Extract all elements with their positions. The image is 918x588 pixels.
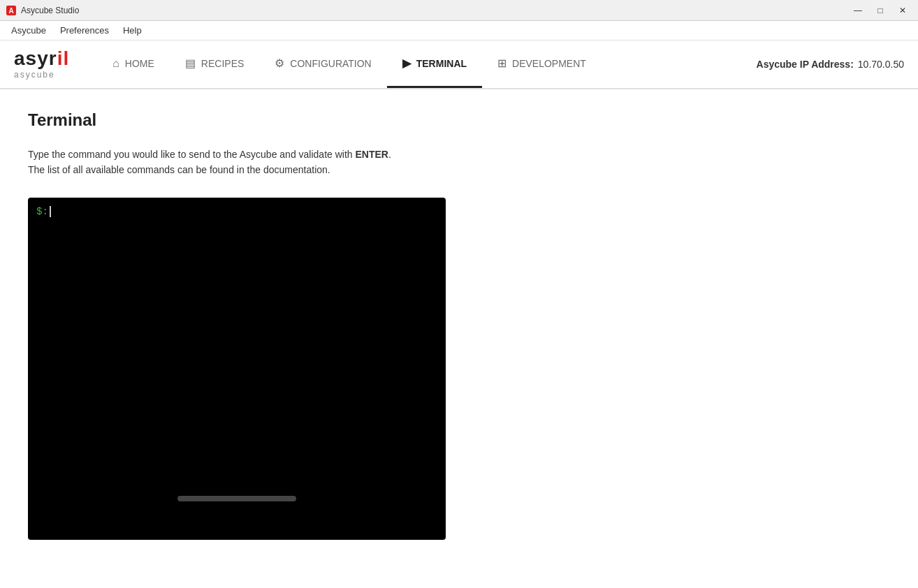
description-line1-end: . xyxy=(388,149,391,160)
logo: asyril asycube xyxy=(14,49,69,80)
terminal-prompt-text: $: xyxy=(36,206,48,217)
navbar: asyril asycube ⌂ HOME ▤ RECIPES ⚙ CONFIG… xyxy=(0,41,918,89)
terminal-container[interactable]: $: xyxy=(28,198,446,540)
nav-item-recipes[interactable]: ▤ RECIPES xyxy=(170,41,259,88)
logo-part2: il xyxy=(57,47,70,69)
terminal-icon: ▶ xyxy=(402,57,411,70)
nav-label-terminal: TERMINAL xyxy=(416,58,467,69)
nav-ip: Asycube IP Address: 10.70.0.50 xyxy=(757,59,904,70)
recipes-icon: ▤ xyxy=(185,57,196,70)
titlebar: A Asycube Studio — □ ✕ xyxy=(0,0,918,21)
logo-sub: asycube xyxy=(14,70,69,80)
terminal-cursor xyxy=(50,206,51,217)
svg-text:A: A xyxy=(8,7,13,15)
ip-label: Asycube IP Address: xyxy=(757,59,854,70)
menubar: Asycube Preferences Help xyxy=(0,21,918,41)
titlebar-controls: — □ ✕ xyxy=(848,3,912,18)
main-content: Terminal Type the command you would like… xyxy=(0,89,918,561)
nav-item-configuration[interactable]: ⚙ CONFIGURATION xyxy=(259,41,386,88)
nav-label-development: DEVELOPMENT xyxy=(512,58,586,69)
app-icon: A xyxy=(6,5,17,16)
description-bold: ENTER xyxy=(356,149,388,160)
nav-item-terminal[interactable]: ▶ TERMINAL xyxy=(387,41,482,88)
nav-items: ⌂ HOME ▤ RECIPES ⚙ CONFIGURATION ▶ TERMI… xyxy=(97,41,756,88)
nav-item-development[interactable]: ⊞ DEVELOPMENT xyxy=(482,41,602,88)
maximize-button[interactable]: □ xyxy=(870,3,890,18)
ip-value: 10.70.0.50 xyxy=(858,59,904,70)
minimize-button[interactable]: — xyxy=(848,3,868,18)
page-title: Terminal xyxy=(28,110,890,130)
terminal-prompt: $: xyxy=(36,206,437,217)
description-line1-start: Type the command you would like to send … xyxy=(28,149,356,160)
menu-item-help[interactable]: Help xyxy=(117,22,147,38)
titlebar-title: Asycube Studio xyxy=(21,6,79,15)
description-line2: The list of all available commands can b… xyxy=(28,164,330,175)
logo-part1: asyr xyxy=(14,47,57,69)
logo-text: asyril xyxy=(14,49,69,68)
titlebar-left: A Asycube Studio xyxy=(6,5,79,16)
nav-label-recipes: RECIPES xyxy=(201,58,244,69)
nav-item-home[interactable]: ⌂ HOME xyxy=(97,41,170,88)
nav-label-configuration: CONFIGURATION xyxy=(290,58,371,69)
menu-item-preferences[interactable]: Preferences xyxy=(54,22,115,38)
home-icon: ⌂ xyxy=(112,57,119,70)
development-icon: ⊞ xyxy=(497,57,507,70)
menu-item-asycube[interactable]: Asycube xyxy=(6,22,52,38)
terminal-scrollbar[interactable] xyxy=(177,496,296,501)
configuration-icon: ⚙ xyxy=(275,57,284,70)
close-button[interactable]: ✕ xyxy=(893,3,912,18)
page-description: Type the command you would like to send … xyxy=(28,147,890,178)
nav-label-home: HOME xyxy=(125,58,154,69)
